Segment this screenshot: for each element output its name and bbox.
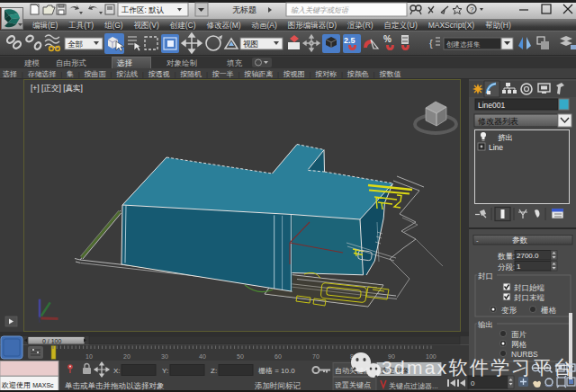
svg-text:?: ? xyxy=(470,5,474,13)
svg-text:挤出: 挤出 xyxy=(498,133,513,142)
svg-text:工作区: 默认: 工作区: 默认 xyxy=(121,5,165,14)
svg-text:3dmax软件学习平台: 3dmax软件学习平台 xyxy=(382,357,574,378)
svg-text:参数: 参数 xyxy=(512,236,528,245)
svg-text:数量:: 数量: xyxy=(498,252,515,261)
svg-text:[+] [正交] [真实]: [+] [正交] [真实] xyxy=(31,84,83,93)
svg-text:-: - xyxy=(476,236,479,245)
svg-text:30: 30 xyxy=(161,353,168,360)
svg-text:Line: Line xyxy=(489,143,503,152)
svg-text:X:: X: xyxy=(113,367,121,375)
svg-text:栅格: 栅格 xyxy=(541,306,557,315)
svg-text:40: 40 xyxy=(199,353,206,360)
svg-text:Y:: Y: xyxy=(162,367,168,375)
svg-text:无标题: 无标题 xyxy=(232,5,256,14)
svg-text:{: { xyxy=(429,38,433,49)
svg-text:创建选择集: 创建选择集 xyxy=(446,40,481,49)
svg-text:60: 60 xyxy=(274,353,282,360)
svg-text:2700.0: 2700.0 xyxy=(517,252,539,260)
svg-text:欢迎使用 MAXSc: 欢迎使用 MAXSc xyxy=(1,381,54,389)
svg-text:20: 20 xyxy=(123,353,130,360)
svg-text:1: 1 xyxy=(517,263,521,271)
svg-text:2.5: 2.5 xyxy=(344,36,356,45)
svg-text:全部: 全部 xyxy=(68,40,83,49)
svg-text:封口末端: 封口末端 xyxy=(514,293,545,302)
svg-text:添加时间标记: 添加时间标记 xyxy=(255,381,302,390)
svg-text:50: 50 xyxy=(237,353,244,360)
svg-text:0 / 100: 0 / 100 xyxy=(42,338,62,344)
svg-text:Z:: Z: xyxy=(211,367,217,375)
svg-text:%: % xyxy=(383,34,392,44)
svg-text:Line001: Line001 xyxy=(478,101,506,110)
svg-text:修改器列表: 修改器列表 xyxy=(478,117,518,126)
svg-text:栅格 = 10.0: 栅格 = 10.0 xyxy=(258,367,295,375)
svg-text:10: 10 xyxy=(86,353,93,360)
svg-text:封口始端: 封口始端 xyxy=(514,283,545,292)
svg-text:变形: 变形 xyxy=(501,306,518,315)
svg-text:输出: 输出 xyxy=(477,320,493,329)
svg-text:视图: 视图 xyxy=(243,40,258,49)
svg-text:单击或单击并拖动以选择对象: 单击或单击并拖动以选择对象 xyxy=(65,381,165,390)
svg-text:输入关键字或短语: 输入关键字或短语 xyxy=(291,6,349,14)
svg-text:封口: 封口 xyxy=(478,272,493,281)
svg-text:70: 70 xyxy=(312,353,320,360)
svg-text:分段:: 分段: xyxy=(498,263,515,272)
